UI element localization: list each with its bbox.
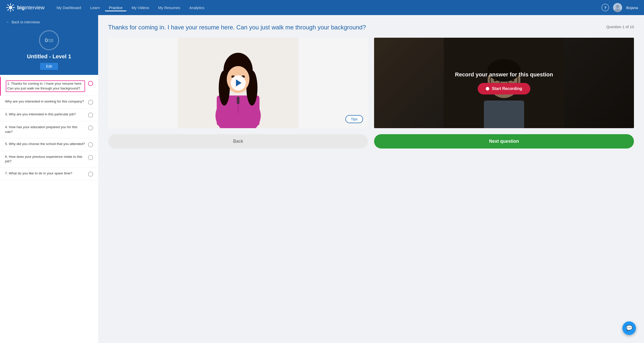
- nav-learn[interactable]: Learn: [86, 4, 104, 11]
- avatar-icon: [613, 3, 622, 12]
- play-icon: [236, 79, 242, 86]
- svg-point-10: [616, 5, 619, 8]
- question-counter: Question 1 of 10: [606, 25, 634, 29]
- sidebar-progress: 0/10 Untitled - Level 1 Edit: [0, 28, 98, 75]
- question-item-2[interactable]: Why are you interested in working for th…: [0, 96, 98, 109]
- question-7-text: 7. What do you like to do in your spare …: [5, 171, 85, 176]
- logo-icon: [6, 3, 15, 12]
- svg-point-0: [9, 6, 12, 9]
- question-item-1[interactable]: 1. Thanks for coming in. I have your res…: [0, 77, 98, 96]
- question-2-text: Why are you interested in working for th…: [5, 99, 85, 104]
- nav-practice[interactable]: Practice: [105, 4, 127, 11]
- svg-line-5: [8, 5, 9, 6]
- question-5-radio: [88, 142, 93, 147]
- tips-button[interactable]: Tips: [345, 115, 363, 123]
- help-button[interactable]: ?: [601, 4, 609, 11]
- navbar-right: ? Bojana: [601, 3, 638, 12]
- question-item-4[interactable]: 4. How has your education prepared you f…: [0, 121, 98, 138]
- brand-text: biginterview: [17, 5, 45, 11]
- action-buttons: Back Next question: [108, 134, 634, 149]
- content-area: Tips: [108, 38, 634, 128]
- question-7-radio: [88, 172, 93, 177]
- question-item-7[interactable]: 7. What do you like to do in your spare …: [0, 168, 98, 180]
- chat-icon: 💬: [626, 325, 633, 331]
- question-4-radio: [88, 125, 93, 130]
- user-name[interactable]: Bojana: [626, 6, 638, 10]
- chat-bubble-button[interactable]: 💬: [622, 321, 636, 335]
- sidebar: ← Back to interviews 0/10 Untitled - Lev…: [0, 15, 98, 343]
- nav-myresumes[interactable]: My Resumes: [154, 4, 184, 11]
- app-body: ← Back to interviews 0/10 Untitled - Lev…: [0, 15, 644, 343]
- svg-line-7: [12, 5, 13, 6]
- question-1-radio: [88, 81, 93, 86]
- edit-button[interactable]: Edit: [40, 63, 58, 70]
- nav-myvideos[interactable]: My Videos: [128, 4, 153, 11]
- start-recording-button[interactable]: Start Recording: [478, 83, 530, 94]
- question-2-radio: [88, 100, 93, 105]
- question-5-text: 5. Why did you choose the school that yo…: [5, 142, 85, 146]
- progress-text: 0/10: [45, 37, 53, 43]
- next-question-button[interactable]: Next question: [374, 134, 634, 149]
- question-item-3[interactable]: 3. Why are you interested in this partic…: [0, 109, 98, 121]
- question-title: Thanks for coming in. I have your resume…: [108, 24, 366, 31]
- nav-dashboard[interactable]: My Dashboard: [53, 4, 85, 11]
- start-recording-label: Start Recording: [492, 86, 522, 91]
- interview-title: Untitled - Level 1: [27, 53, 71, 60]
- back-label: Back to interviews: [12, 20, 40, 24]
- record-panel: Record your answer for this question Sta…: [374, 38, 634, 128]
- recording-dot-icon: [486, 87, 489, 90]
- question-6-radio: [88, 155, 93, 160]
- video-panel: Tips: [108, 38, 368, 128]
- question-4-text: 4. How has your education prepared you f…: [5, 125, 85, 134]
- navbar: biginterview My Dashboard Learn Practice…: [0, 0, 644, 15]
- brand-logo[interactable]: biginterview: [6, 3, 45, 12]
- progress-circle: 0/10: [39, 30, 59, 50]
- user-avatar[interactable]: [613, 3, 622, 12]
- question-item-6[interactable]: 6. How does your previous experience rel…: [0, 151, 98, 168]
- question-1-text: 1. Thanks for coming in. I have your res…: [6, 80, 85, 92]
- questions-list: 1. Thanks for coming in. I have your res…: [0, 75, 98, 343]
- question-header: Question 1 of 10 Thanks for coming in. I…: [108, 23, 634, 32]
- back-arrow-icon: ←: [6, 20, 10, 24]
- nav-analytics[interactable]: Analytics: [185, 4, 208, 11]
- play-button[interactable]: [231, 75, 246, 90]
- question-3-text: 3. Why are you interested in this partic…: [5, 112, 85, 117]
- question-3-radio: [88, 113, 93, 118]
- main-nav: My Dashboard Learn Practice My Videos My…: [53, 4, 601, 11]
- svg-line-8: [8, 9, 9, 10]
- record-prompt-text: Record your answer for this question: [455, 71, 553, 78]
- back-button[interactable]: Back: [108, 134, 368, 149]
- question-6-text: 6. How does your previous experience rel…: [5, 155, 85, 164]
- question-item-5[interactable]: 5. Why did you choose the school that yo…: [0, 138, 98, 151]
- back-to-interviews[interactable]: ← Back to interviews: [0, 15, 98, 28]
- svg-line-6: [12, 9, 13, 10]
- main-content: Question 1 of 10 Thanks for coming in. I…: [98, 15, 644, 343]
